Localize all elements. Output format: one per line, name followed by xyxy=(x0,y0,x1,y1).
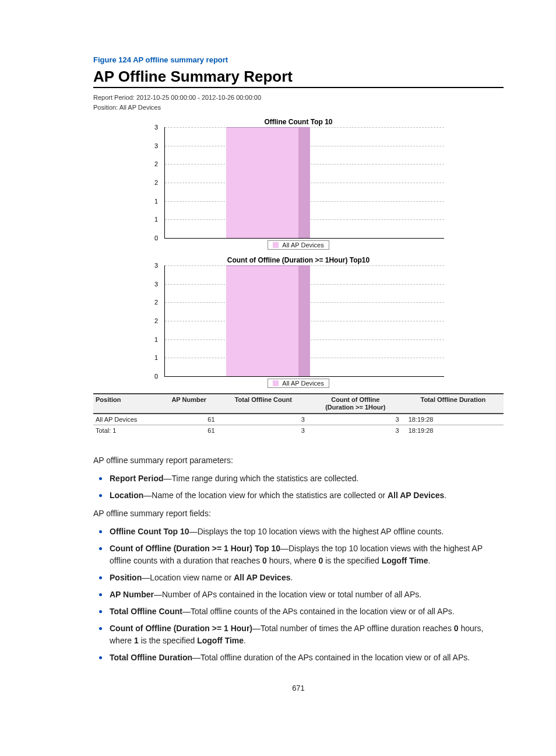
field-term: Total Offline Duration xyxy=(110,653,192,662)
th-total-offline-duration: Total Offline Duration xyxy=(403,394,504,414)
th-count-offline-1h: Count of Offline (Duration >= 1Hour) xyxy=(308,394,403,414)
title-rule xyxy=(93,87,504,88)
chart2-legend: All AP Devices xyxy=(153,378,444,388)
field-after: . xyxy=(244,636,246,645)
cell-count-offline-1h: 3 xyxy=(308,414,403,425)
param-location: Location—Name of the location view for w… xyxy=(93,489,504,502)
param-bold-tail: All AP Devices xyxy=(388,491,444,500)
param-term: Location xyxy=(110,491,143,500)
chart1-title: Offline Count Top 10 xyxy=(153,118,444,126)
chart-bar xyxy=(226,127,310,238)
field-term: Count of Offline (Duration >= 1 Hour) To… xyxy=(110,544,280,553)
page-number: 671 xyxy=(93,684,504,692)
field-b3: Logoff Time xyxy=(382,556,428,565)
table-row-total: Total: 1 61 3 3 18:19:28 xyxy=(93,425,504,436)
y-tick-label: 0 xyxy=(154,373,158,380)
field-term: Offline Count Top 10 xyxy=(110,527,189,536)
field-total-offline-duration: Total Offline Duration—Total offline dur… xyxy=(93,652,504,664)
field-offline-count-top10: Offline Count Top 10—Displays the top 10… xyxy=(93,526,504,538)
param-desc-after: . xyxy=(444,491,446,500)
cell-position: All AP Devices xyxy=(93,414,160,425)
field-desc: —Displays the top 10 location views with… xyxy=(189,527,444,536)
chart-offline-count-top10: Offline Count Top 10 0112233 All AP Devi… xyxy=(153,118,444,250)
param-desc-before: —Name of the location view for which the… xyxy=(143,491,388,500)
chart1-plot: 0112233 xyxy=(164,127,444,239)
summary-table: Position AP Number Total Offline Count C… xyxy=(93,393,504,436)
chart-bar xyxy=(226,265,310,376)
y-tick-label: 1 xyxy=(154,336,158,343)
chart-offline-1h-top10: Count of Offline (Duration >= 1Hour) Top… xyxy=(153,256,444,388)
field-count-offline-1h-top10: Count of Offline (Duration >= 1 Hour) To… xyxy=(93,542,504,567)
fields-intro: AP offline summary report fields: xyxy=(93,508,504,520)
field-position: Position—Location view name or All AP De… xyxy=(93,572,504,584)
chart1-legend-label: All AP Devices xyxy=(282,242,323,249)
table-row: All AP Devices 61 3 3 18:19:28 xyxy=(93,414,504,425)
y-tick-label: 1 xyxy=(154,216,158,223)
field-total-offline-count: Total Offline Count—Total offline counts… xyxy=(93,606,504,618)
y-tick-label: 0 xyxy=(154,235,158,242)
field-after: . xyxy=(428,556,431,565)
y-tick-label: 3 xyxy=(154,281,158,288)
cell-ap-number: 61 xyxy=(160,414,219,425)
figure-caption: Figure 124 AP offline summary report xyxy=(93,55,504,64)
report-title: AP Offline Summary Report xyxy=(93,68,504,86)
param-desc: —Time range during which the statistics … xyxy=(164,474,359,483)
field-mid: hours, where xyxy=(267,556,319,565)
param-report-period: Report Period—Time range during which th… xyxy=(93,473,504,485)
cell-total-offline-count: 3 xyxy=(219,414,308,425)
chart2-title: Count of Offline (Duration >= 1Hour) Top… xyxy=(153,256,444,264)
y-tick-label: 2 xyxy=(154,160,158,167)
y-tick-label: 1 xyxy=(154,198,158,205)
y-tick-label: 1 xyxy=(154,354,158,361)
cell-total-offline-duration: 18:19:28 xyxy=(403,425,504,436)
field-desc: —Number of APs contained in the location… xyxy=(154,590,421,599)
chart2-plot: 0112233 xyxy=(164,265,444,377)
field-b1: 0 xyxy=(454,624,459,633)
field-term: Position xyxy=(110,573,142,582)
field-b2: 1 xyxy=(134,636,139,645)
th-total-offline-count: Total Offline Count xyxy=(219,394,308,414)
field-desc-before: —Total number of times the AP offline du… xyxy=(252,624,454,633)
field-count-offline-1h: Count of Offline (Duration >= 1 Hour)—To… xyxy=(93,622,504,647)
field-ap-number: AP Number—Number of APs contained in the… xyxy=(93,589,504,601)
field-b1: 0 xyxy=(262,556,267,565)
params-intro: AP offline summary report parameters: xyxy=(93,454,504,467)
field-desc-after: . xyxy=(290,573,293,582)
field-bold-tail: All AP Devices xyxy=(234,573,290,582)
chart2-legend-label: All AP Devices xyxy=(282,380,323,387)
y-tick-label: 3 xyxy=(154,262,158,269)
field-mid2: is the specified xyxy=(139,636,197,645)
cell-total-ap-number: 61 xyxy=(160,425,219,436)
th-count-offline-1h-line1: Count of Offline xyxy=(331,396,379,403)
field-b3: Logoff Time xyxy=(197,636,244,645)
cell-total-offline-duration: 18:19:28 xyxy=(403,414,504,425)
field-desc: —Total offline duration of the APs conta… xyxy=(192,653,470,662)
report-period: Report Period: 2012-10-25 00:00:00 - 201… xyxy=(93,93,504,103)
field-desc: —Total offline counts of the APs contain… xyxy=(182,607,455,616)
y-tick-label: 3 xyxy=(154,124,158,131)
field-mid2: is the specified xyxy=(323,556,381,565)
param-term: Report Period xyxy=(110,474,164,483)
field-desc-before: —Location view name or xyxy=(142,573,234,582)
field-term: Total Offline Count xyxy=(110,607,182,616)
legend-swatch-icon xyxy=(273,242,279,248)
y-tick-label: 3 xyxy=(154,142,158,149)
chart1-legend: All AP Devices xyxy=(153,240,444,250)
legend-swatch-icon xyxy=(273,380,279,386)
cell-total-position: Total: 1 xyxy=(93,425,160,436)
y-tick-label: 2 xyxy=(154,299,158,306)
y-tick-label: 2 xyxy=(154,179,158,186)
th-count-offline-1h-line2: (Duration >= 1Hour) xyxy=(325,404,385,411)
report-position: Position: All AP Devices xyxy=(93,103,504,113)
cell-total-offline-count: 3 xyxy=(219,425,308,436)
cell-total-count-offline-1h: 3 xyxy=(308,425,403,436)
th-ap-number: AP Number xyxy=(160,394,219,414)
th-position: Position xyxy=(93,394,160,414)
y-tick-label: 2 xyxy=(154,317,158,324)
field-term: Count of Offline (Duration >= 1 Hour) xyxy=(110,624,252,633)
field-term: AP Number xyxy=(110,590,154,599)
